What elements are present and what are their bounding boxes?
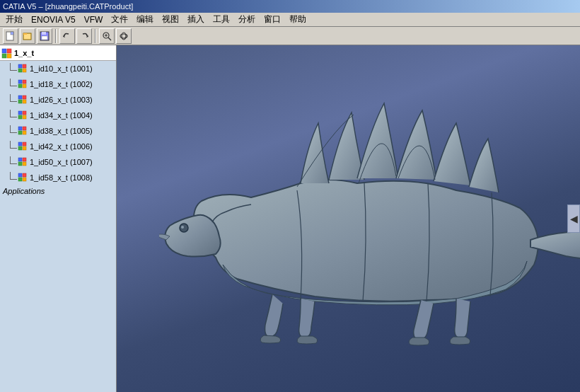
svg-rect-33 <box>18 115 22 119</box>
part-icon-1007 <box>17 156 28 168</box>
toolbar-btn-rotate[interactable] <box>116 28 132 44</box>
svg-rect-1 <box>11 32 13 35</box>
svg-rect-32 <box>23 111 26 115</box>
tree-item-label-1005: 1_id38_x_t (1005) <box>30 127 93 135</box>
svg-rect-19 <box>18 64 22 68</box>
svg-rect-26 <box>23 84 26 88</box>
menu-help[interactable]: 帮助 <box>285 12 311 27</box>
toolbar-separator-2 <box>95 29 96 43</box>
svg-rect-48 <box>23 173 26 177</box>
part-icon-1003 <box>17 94 28 105</box>
tree-root-label: 1_x_t <box>14 49 34 57</box>
dino-model <box>159 59 580 378</box>
tree-item-1003[interactable]: 1_id26_x_t (1003) <box>0 92 116 108</box>
svg-rect-45 <box>18 162 22 166</box>
svg-rect-21 <box>18 69 22 72</box>
svg-rect-22 <box>23 69 26 72</box>
menu-view[interactable]: 视图 <box>158 12 183 27</box>
viewport[interactable]: 沐风网 www.miced.com <box>117 45 580 392</box>
tree-item-label-1001: 1_id10_x_t (1001) <box>30 64 93 73</box>
tree-root[interactable]: 1_x_t <box>0 45 116 61</box>
svg-rect-43 <box>18 158 22 161</box>
menu-bar: 开始 ENOVIA V5 VFW 文件 编辑 视图 插入 工具 分析 窗口 帮助 <box>0 13 580 27</box>
toolbar-btn-undo[interactable] <box>59 28 75 44</box>
tree-item-label-1007: 1_id50_x_t (1007) <box>30 158 93 166</box>
menu-window[interactable]: 窗口 <box>260 12 285 27</box>
menu-tools[interactable]: 工具 <box>209 12 234 27</box>
svg-rect-46 <box>23 162 26 166</box>
toolbar-btn-zoom-all[interactable] <box>99 28 115 44</box>
svg-rect-25 <box>18 84 22 88</box>
toolbar-btn-open[interactable] <box>20 28 35 44</box>
svg-point-53 <box>181 226 184 229</box>
toolbar-btn-redo[interactable] <box>76 28 92 44</box>
right-arrow-button[interactable]: ◀ <box>567 204 580 233</box>
menu-insert[interactable]: 插入 <box>183 12 209 27</box>
right-arrow-icon: ◀ <box>570 213 578 224</box>
svg-rect-17 <box>2 54 6 58</box>
svg-rect-29 <box>18 100 22 103</box>
svg-rect-34 <box>23 115 26 119</box>
svg-rect-40 <box>23 142 26 146</box>
tree-item-1005[interactable]: 1_id38_x_t (1005) <box>0 123 116 139</box>
svg-rect-50 <box>23 178 26 181</box>
tree-item-label-1003: 1_id26_x_t (1003) <box>30 96 93 104</box>
svg-rect-6 <box>42 36 47 40</box>
menu-enovia[interactable]: ENOVIA V5 <box>27 13 80 26</box>
part-icon-1006 <box>17 141 28 152</box>
svg-rect-15 <box>2 49 6 53</box>
tree-item-label-1006: 1_id42_x_t (1006) <box>30 142 93 151</box>
tree-item-1006[interactable]: 1_id42_x_t (1006) <box>0 139 116 154</box>
toolbar-separator-1 <box>55 29 57 43</box>
svg-rect-49 <box>18 178 22 181</box>
svg-rect-42 <box>23 146 26 150</box>
svg-rect-36 <box>23 127 26 130</box>
title-bar: CATIA V5 – [zhuangpeiti.CATProduct] <box>0 0 580 13</box>
root-icon <box>1 47 13 59</box>
part-icon-1002 <box>17 79 28 90</box>
menu-edit[interactable]: 编辑 <box>132 12 158 27</box>
tree-item-1004[interactable]: 1_id34_x_t (1004) <box>0 108 116 123</box>
svg-rect-23 <box>18 80 22 83</box>
svg-rect-28 <box>23 96 26 99</box>
menu-file[interactable]: 文件 <box>107 12 132 27</box>
svg-line-10 <box>108 38 111 40</box>
tree-panel: 1_x_t 1_id10_x_t (1001) <box>0 45 117 392</box>
tree-item-1002[interactable]: 1_id18_x_t (1002) <box>0 76 116 92</box>
part-icon-1005 <box>17 125 28 137</box>
tree-item-label-1004: 1_id34_x_t (1004) <box>30 111 93 120</box>
svg-rect-5 <box>42 32 46 35</box>
title-text: CATIA V5 – [zhuangpeiti.CATProduct] <box>3 2 133 11</box>
part-icon-1001 <box>17 63 28 74</box>
svg-rect-37 <box>18 131 22 134</box>
menu-analysis[interactable]: 分析 <box>234 12 260 27</box>
svg-rect-16 <box>7 49 11 53</box>
svg-rect-30 <box>23 100 26 103</box>
menu-vfw[interactable]: VFW <box>80 13 108 26</box>
tree-item-1001[interactable]: 1_id10_x_t (1001) <box>0 61 116 76</box>
toolbar-btn-save[interactable] <box>37 28 52 44</box>
tree-item-1008[interactable]: 1_id58_x_t (1008) <box>0 170 116 185</box>
part-icon-1004 <box>17 110 28 121</box>
svg-rect-27 <box>18 96 22 99</box>
svg-rect-39 <box>18 142 22 146</box>
tree-item-label-1008: 1_id58_x_t (1008) <box>30 173 93 182</box>
svg-rect-35 <box>18 127 22 130</box>
svg-rect-41 <box>18 146 22 150</box>
svg-rect-38 <box>23 131 26 134</box>
toolbar <box>0 27 580 45</box>
toolbar-btn-new[interactable] <box>3 28 18 44</box>
menu-start[interactable]: 开始 <box>1 12 27 27</box>
main-area: 1_x_t 1_id10_x_t (1001) <box>0 45 580 392</box>
tree-item-1007[interactable]: 1_id50_x_t (1007) <box>0 154 116 170</box>
svg-rect-24 <box>23 80 26 83</box>
part-icon-1008 <box>17 172 28 183</box>
svg-rect-3 <box>23 33 27 35</box>
svg-rect-44 <box>23 158 26 161</box>
svg-rect-47 <box>18 173 22 177</box>
tree-item-label-1002: 1_id18_x_t (1002) <box>30 80 93 88</box>
svg-rect-31 <box>18 111 22 115</box>
applications-label: Applications <box>0 185 116 197</box>
svg-point-52 <box>180 224 188 232</box>
svg-rect-20 <box>23 64 26 68</box>
